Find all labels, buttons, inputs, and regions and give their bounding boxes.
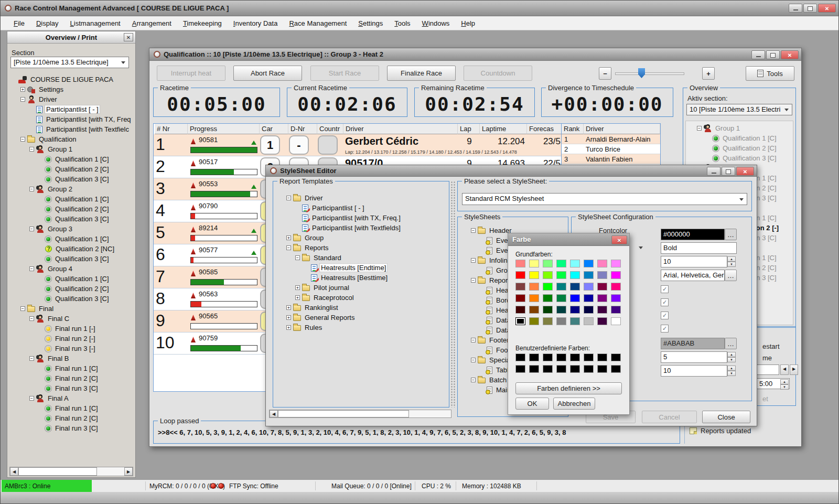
tree-expander-icon[interactable]: − <box>471 378 476 382</box>
config-field-color[interactable]: #ABABAB <box>661 338 725 349</box>
custom-color-swatch[interactable] <box>543 365 553 373</box>
sidebar-hscrollbar[interactable]: ◀ ▶ <box>9 467 133 476</box>
ellipsis-button[interactable]: … <box>725 338 737 349</box>
cancel-button[interactable]: Cancel <box>642 411 697 423</box>
color-swatch[interactable] <box>543 260 553 267</box>
color-swatch[interactable] <box>597 317 607 325</box>
color-swatch[interactable] <box>570 306 580 314</box>
color-swatch[interactable] <box>570 294 580 302</box>
maximize-icon[interactable] <box>722 167 735 176</box>
scroll-thumb[interactable] <box>278 410 409 417</box>
tree-expander-icon[interactable]: − <box>29 187 34 191</box>
tree-expander-icon[interactable]: + <box>286 305 291 310</box>
close-icon[interactable] <box>781 50 799 59</box>
tree-item[interactable]: Participantlist [with Textfielc <box>9 124 134 134</box>
car-number-box[interactable]: 1 <box>260 135 280 155</box>
color-swatch[interactable] <box>611 294 621 302</box>
custom-color-swatch[interactable] <box>529 365 539 373</box>
color-swatch[interactable] <box>584 283 594 291</box>
scroll-left-icon[interactable]: ◀ <box>270 410 278 417</box>
maximize-icon[interactable] <box>766 50 780 59</box>
menu-item-tools[interactable]: Tools <box>389 17 416 29</box>
tree-expander-icon[interactable]: − <box>29 396 34 401</box>
color-swatch[interactable] <box>529 271 539 279</box>
color-swatch[interactable] <box>611 271 621 279</box>
spin-up-icon[interactable]: ▲ <box>727 366 736 371</box>
tree-expander-icon[interactable]: + <box>295 295 300 300</box>
color-swatch[interactable] <box>611 283 621 291</box>
ok-button[interactable]: OK <box>515 398 549 410</box>
color-swatch[interactable] <box>570 271 580 279</box>
ellipsis-button[interactable]: … <box>725 229 737 240</box>
color-swatch[interactable] <box>515 306 525 314</box>
tree-expander-icon[interactable]: − <box>471 228 476 233</box>
color-swatch[interactable] <box>570 283 580 291</box>
tools-button[interactable]: Tools <box>746 66 794 81</box>
tree-item[interactable]: +Settings <box>9 84 134 94</box>
minimize-icon[interactable] <box>789 4 802 13</box>
color-swatch[interactable] <box>584 294 594 302</box>
color-swatch[interactable] <box>584 271 594 279</box>
tree-item[interactable]: −Group 1 <box>9 144 134 154</box>
tree-item[interactable]: Qualification 1 [C] <box>9 274 134 284</box>
heat-row[interactable]: 1905811-Gerbert CédricLap: 12.204 / 13.1… <box>154 134 562 156</box>
column-header-laptime[interactable]: Laptime <box>480 124 527 134</box>
tree-item[interactable]: Participantlist [with TX, Freq.] <box>275 213 447 223</box>
tree-item[interactable]: Qualification 2 [C] <box>686 143 793 153</box>
dnr-box[interactable]: - <box>289 135 309 155</box>
close-icon[interactable] <box>818 4 836 13</box>
menu-item-settings[interactable]: Settings <box>352 17 389 29</box>
tree-item[interactable]: +Rankinglist <box>275 303 447 313</box>
tree-item[interactable]: +General Reports <box>275 313 447 323</box>
config-field-select[interactable]: Bold <box>661 242 737 254</box>
color-swatch[interactable] <box>611 260 621 267</box>
custom-color-swatch[interactable] <box>556 365 566 373</box>
editor-hscrollbar[interactable]: ◀ <box>269 410 451 418</box>
tree-item[interactable]: Qualification 1 [C] <box>9 194 134 204</box>
maximize-icon[interactable] <box>803 4 817 13</box>
custom-color-swatch[interactable] <box>597 353 607 361</box>
tree-item[interactable]: Qualification 2 [C] <box>9 284 134 294</box>
zoom-slider-track[interactable] <box>615 72 684 75</box>
color-swatch[interactable] <box>556 317 566 325</box>
color-swatch[interactable] <box>597 306 607 314</box>
tree-expander-icon[interactable]: − <box>20 306 25 311</box>
duration-field[interactable]: 5:00 ▲▼ <box>756 378 790 389</box>
menu-item-listmanagement[interactable]: Listmanagement <box>64 17 126 29</box>
abort-race-button[interactable]: Abort Race <box>233 66 302 81</box>
spin-up-icon[interactable]: ▲ <box>727 256 736 262</box>
tree-item[interactable]: Qualification 1 [C] <box>9 234 134 244</box>
scroll-track[interactable] <box>18 467 124 476</box>
color-swatch[interactable] <box>543 306 553 314</box>
color-swatch[interactable] <box>529 294 539 302</box>
tree-item[interactable]: Qualification 1 [C] <box>686 133 793 143</box>
color-swatch[interactable] <box>515 317 525 325</box>
menu-item-timekeeping[interactable]: Timekeeping <box>177 17 228 29</box>
color-swatch[interactable] <box>611 317 621 325</box>
tree-item[interactable]: −Driver <box>275 193 447 203</box>
color-swatch[interactable] <box>515 283 525 291</box>
color-swatch[interactable] <box>543 294 553 302</box>
tree-item[interactable]: ?Qualification 2 [NC] <box>9 244 134 254</box>
scroll-left-icon[interactable]: ◀ <box>10 467 18 476</box>
zoom-in-button[interactable]: + <box>702 67 715 80</box>
custom-color-swatch[interactable] <box>543 353 553 361</box>
sidebar-header[interactable]: Overview / Print ✕ <box>7 31 135 44</box>
color-swatch[interactable] <box>515 294 525 302</box>
color-swatch[interactable] <box>515 260 525 267</box>
tree-expander-icon[interactable]: − <box>29 266 34 271</box>
menu-item-file[interactable]: File <box>8 17 30 29</box>
config-checkbox[interactable]: ✓ <box>661 298 669 306</box>
tree-item[interactable]: Qualification 3 [C] <box>9 254 134 264</box>
tree-expander-icon[interactable]: − <box>29 227 34 231</box>
zoom-slider-thumb[interactable] <box>638 68 645 78</box>
tree-item[interactable]: Heatresults [Endtime] <box>275 263 447 273</box>
menu-item-race-management[interactable]: Race Management <box>283 17 352 29</box>
scroll-thumb[interactable] <box>18 467 97 476</box>
custom-color-swatch[interactable] <box>584 365 594 373</box>
tree-expander-icon[interactable]: − <box>697 126 702 131</box>
custom-color-swatch[interactable] <box>556 353 566 361</box>
color-dialog-titlebar[interactable]: Farbe <box>508 233 629 246</box>
config-field-color[interactable]: #000000 <box>661 229 725 240</box>
tree-item[interactable]: Qualification 3 [C] <box>686 153 793 163</box>
